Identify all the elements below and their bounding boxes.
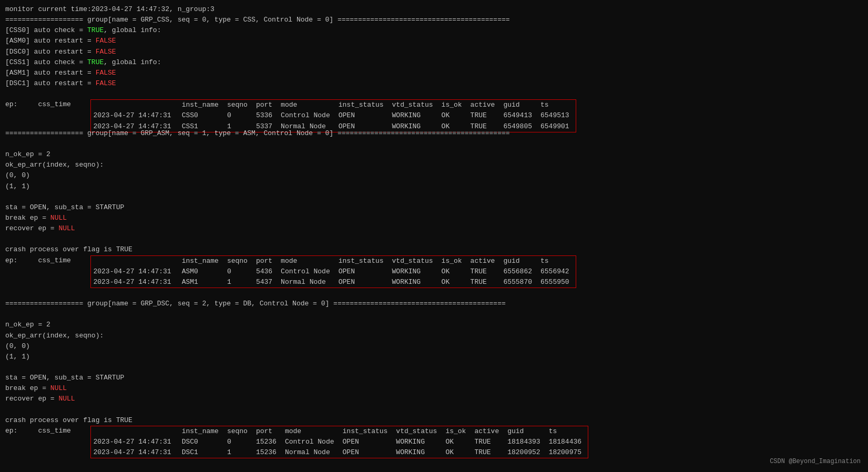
table-row: 2023-04-27 14:47:31DSC1115236Normal Node… <box>91 447 588 458</box>
css-table: inst_name seqno port mode inst_status vt… <box>91 100 575 131</box>
css-group-divider: =================== group[name = GRP_CSS… <box>5 15 863 25</box>
dsc-table-box: inst_name seqno port mode inst_status vt… <box>90 426 588 458</box>
asm-text-section: n_ok_ep = 2 ok_ep_arr(index, seqno): (0,… <box>5 149 863 192</box>
asm-table-header-row: inst_name seqno port mode inst_status vt… <box>91 256 575 266</box>
css-table-box: inst_name seqno port mode inst_status vt… <box>90 99 576 132</box>
css-time-label: css_time <box>38 99 90 110</box>
monitor-line: monitor current time:2023-04-27 14:47:32… <box>5 5 215 13</box>
css-ep-label: ep: <box>5 99 38 110</box>
dsc-table-header-row: inst_name seqno port mode inst_status vt… <box>91 426 588 437</box>
table-row: 2023-04-27 14:47:31CSS005336Control Node… <box>91 110 575 121</box>
css-ep-section: ep: css_time inst_name seqno port mode i… <box>5 99 863 132</box>
asm-time-label: css_time <box>38 255 90 266</box>
watermark: CSDN @Beyond_Imagination <box>770 457 861 467</box>
table-row: 2023-04-27 14:47:31DSC0015236Control Nod… <box>91 437 588 447</box>
css-info-lines: [CSS0] auto check = TRUE, global info: [… <box>5 25 863 89</box>
asm-crash-line: crash process over flag is TRUE <box>5 244 863 255</box>
asm-table: inst_name seqno port mode inst_status vt… <box>91 256 575 288</box>
footer-divider: ========================================… <box>5 469 863 472</box>
monitor-header: monitor current time:2023-04-27 14:47:32… <box>5 4 863 15</box>
asm-group-divider: =================== group[name = GRP_ASM… <box>5 128 863 139</box>
asm-ep-label: ep: <box>5 255 38 266</box>
dsc-crash-line: crash process over flag is TRUE <box>5 415 863 426</box>
dsc-text-section: n_ok_ep = 2 ok_ep_arr(index, seqno): (0,… <box>5 320 863 362</box>
dsc-ep-label: ep: <box>5 426 38 436</box>
asm-ep-section: ep: css_time inst_name seqno port mode i… <box>5 255 863 288</box>
asm-table-box: inst_name seqno port mode inst_status vt… <box>90 255 576 288</box>
css-table-header-row: inst_name seqno port mode inst_status vt… <box>91 100 575 110</box>
table-row: 2023-04-27 14:47:31ASM115437Normal NodeO… <box>91 277 575 288</box>
dsc-time-label: css_time <box>38 426 90 436</box>
dsc-ep-section: ep: css_time inst_name seqno port mode i… <box>5 426 863 458</box>
dsc-table: inst_name seqno port mode inst_status vt… <box>91 426 588 458</box>
table-row: 2023-04-27 14:47:31ASM005436Control Node… <box>91 266 575 277</box>
asm-sta-section: sta = OPEN, sub_sta = STARTUP break ep =… <box>5 202 863 234</box>
dsc-group-divider: =================== group[name = GRP_DSC… <box>5 299 863 309</box>
dsc-sta-section: sta = OPEN, sub_sta = STARTUP break ep =… <box>5 373 863 404</box>
